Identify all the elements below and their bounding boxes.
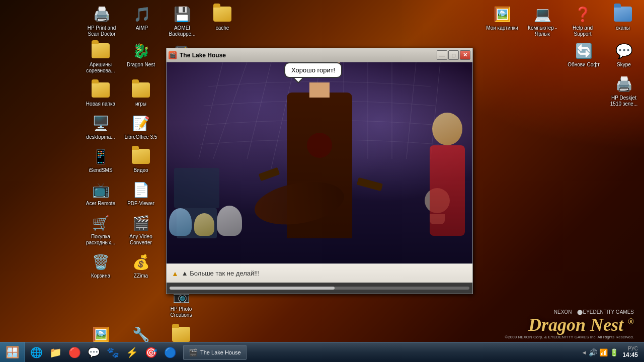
arishinyi-icon — [91, 41, 111, 61]
desktop: 🖨️ HP Print and Scan Doctor 🎵 AIMP 💾 AOM… — [0, 0, 644, 362]
tray-battery-icon[interactable]: 🔋 — [610, 348, 618, 356]
taskbar-quick-launch: 🌐 📁 🔴 💬 🐾 ⚡ 🎯 🔵 — [25, 344, 181, 361]
taskbar-lake-house-app[interactable]: 🎬 The Lake House — [183, 345, 247, 360]
taskbar-tray: ◄ 🔊 📶 🔋 РУС 14:45 — [577, 346, 644, 358]
desktop-icon-any-video[interactable]: 🎬 Any Video Converter — [121, 210, 161, 249]
desktopma-icon: 🖥️ — [91, 113, 111, 133]
obnovit-icon: 🔄 — [574, 41, 594, 61]
skany-icon — [613, 4, 633, 24]
aimp-icon: 🎵 — [132, 4, 152, 24]
clock-time: 14:45 — [622, 351, 638, 358]
bottom-warning-text: ▲ Больше так не делай!!! — [182, 269, 467, 277]
taskbar-icon-unknown2[interactable]: ⚡ — [123, 344, 141, 361]
skype-icon: 💬 — [614, 41, 634, 61]
dn-branding: NEXON ⬤EYEDENTITY GAMES Dragon Nest ® ©2… — [505, 309, 634, 339]
pokupka-icon: 🛒 — [91, 213, 111, 233]
taskbar-icon-browser[interactable]: 🌐 — [27, 344, 45, 361]
novaya-papka-icon — [91, 80, 111, 100]
start-button[interactable]: 🪟 — [0, 342, 25, 363]
desktop-icon-computer[interactable]: 💻 Компьютер - Ярлык — [522, 1, 562, 40]
any-video-label: Any Video Converter — [123, 234, 159, 246]
taskbar-app-icon: 🎬 — [189, 348, 197, 356]
seekbar-fill — [170, 287, 335, 290]
nexon-text: NEXON — [554, 309, 572, 315]
hp-photo-label: HP Photo Creations — [163, 306, 199, 318]
window-titlebar[interactable]: 🎬 The Lake House — □ ✕ — [167, 48, 472, 62]
svg-line-1 — [213, 62, 247, 159]
desktop-icon-pokupka[interactable]: 🛒 Покупка расходных... — [80, 210, 121, 249]
window-seekbar[interactable] — [167, 283, 472, 294]
photo1036-icon: 🖼️ — [91, 324, 111, 344]
desktop-icon-moi-kartinki[interactable]: 🖼️ Мои картинки — [482, 1, 522, 40]
tray-network-icon[interactable]: 📶 — [599, 348, 608, 356]
window-app-icon: 🎬 — [169, 51, 177, 59]
hp-deskjet-label: HP Deskjet 1510 зеле... — [606, 95, 642, 107]
desktop-icon-korzina[interactable]: 🗑️ Корзина — [80, 249, 121, 282]
tray-volume-icon[interactable]: 🔊 — [589, 348, 597, 356]
maximize-button[interactable]: □ — [448, 50, 459, 60]
desktop-icon-aimp[interactable]: 🎵 AIMP — [122, 1, 162, 40]
acer-remote-label: Acer Remote — [86, 201, 115, 207]
taskbar: 🪟 🌐 📁 🔴 💬 🐾 ⚡ 🎯 🔵 🎬 The Lake House ◄ 🔊 📶… — [0, 342, 644, 362]
taskbar-clock[interactable]: РУС 14:45 — [620, 346, 640, 358]
warning-icon: ▲ — [172, 269, 179, 278]
desktop-icon-isendsms[interactable]: 📱 iSendSMS — [80, 143, 121, 176]
taskbar-icon-explorer[interactable]: 📁 — [46, 344, 64, 361]
dragon-nest-label: Dragon Nest — [127, 62, 155, 68]
papka-slad-icon — [171, 324, 191, 344]
window-content[interactable]: Хорошо горит! — [167, 62, 472, 263]
korzina-icon: 🗑️ — [91, 252, 111, 272]
trademark-symbol: ® — [628, 317, 634, 326]
desktop-icon-novaya-papka[interactable]: Новая папка — [80, 77, 121, 110]
desktop-icon-cache[interactable]: cache — [202, 1, 243, 40]
desktop-icon-acer-remote[interactable]: 📺 Acer Remote — [80, 176, 121, 210]
desktopma-label: desktopma... — [86, 134, 115, 140]
taskbar-icon-unknown3[interactable]: 🎯 — [142, 344, 160, 361]
hp-print-icon: 🖨️ — [92, 4, 112, 24]
isendsms-icon: 📱 — [91, 146, 111, 166]
acer-remote-icon: 📺 — [91, 179, 111, 200]
desktop-icon-help[interactable]: ❓ Help and Support — [562, 1, 603, 40]
libreoffice-label: LibreOffice 3.5 — [125, 134, 157, 140]
close-button[interactable]: ✕ — [460, 50, 470, 60]
any-video-icon: 🎬 — [131, 213, 151, 233]
desktop-icon-hp-print[interactable]: 🖨️ HP Print and Scan Doctor — [82, 1, 122, 40]
cache-label: cache — [216, 25, 229, 31]
taskbar-icon-unknown1[interactable]: 🐾 — [104, 344, 122, 361]
taskbar-apps: 🎬 The Lake House — [181, 345, 577, 360]
desktop-icon-aomei[interactable]: 💾 AOMEI Backuppe... — [162, 1, 202, 40]
seekbar-track[interactable] — [170, 287, 469, 290]
taskbar-icon-skype[interactable]: 💬 — [85, 344, 103, 361]
pokupka-label: Покупка расходных... — [83, 234, 119, 246]
taskbar-icon-unknown4[interactable]: 🔵 — [161, 344, 179, 361]
desktop-icon-desktopma[interactable]: 🖥️ desktopma... — [80, 110, 121, 143]
dragon-nest-icon: 🐉 — [131, 41, 151, 61]
aomei-label: AOMEI Backuppe... — [164, 25, 200, 37]
hp-deskjet-icon: 🖨️ — [614, 74, 634, 94]
dragon-nest-logo: Dragon Nest ® — [505, 316, 634, 334]
desktop-icon-skype[interactable]: 💬 Skype — [604, 38, 644, 71]
desktop-icon-dragon-nest[interactable]: 🐉 Dragon Nest — [121, 38, 161, 77]
desktop-icon-igry[interactable]: игры — [121, 77, 161, 110]
cache-icon — [212, 4, 232, 24]
main-character: Хорошо горит! — [249, 62, 390, 238]
desktop-icon-obnovit[interactable]: 🔄 Обнови Софт — [564, 38, 604, 71]
skype-label: Skype — [617, 62, 631, 68]
desktop-icon-skany[interactable]: сканы — [603, 1, 643, 40]
desktop-icon-zzima[interactable]: 💰 ZZima — [121, 249, 161, 282]
libreoffice-icon: 📝 — [131, 113, 151, 133]
desktop-icon-video[interactable]: Видео — [121, 143, 161, 176]
zzima-label: ZZima — [134, 273, 148, 279]
minimize-button[interactable]: — — [437, 50, 447, 60]
desktop-icon-pdf[interactable]: 📄 PDF-Viewer — [121, 176, 161, 210]
aimp-label: AIMP — [136, 25, 148, 31]
tray-arrow[interactable]: ◄ — [581, 349, 587, 355]
taskbar-icon-opera[interactable]: 🔴 — [65, 344, 84, 361]
copyright-text: ©2009 NEXON Corp. & EYEDENTITY GAMES Inc… — [505, 335, 634, 339]
desktop-icon-libreoffice[interactable]: 📝 LibreOffice 3.5 — [121, 110, 161, 143]
desktop-icon-hp-deskjet[interactable]: 🖨️ HP Deskjet 1510 зеле... — [604, 71, 644, 110]
desktop-icon-arishinyi[interactable]: Аришины соревнова... — [80, 38, 121, 77]
window-title-text: The Lake House — [180, 52, 226, 59]
moi-kartinki-icon: 🖼️ — [492, 4, 512, 24]
novaya-papka-label: Новая папка — [86, 101, 115, 107]
